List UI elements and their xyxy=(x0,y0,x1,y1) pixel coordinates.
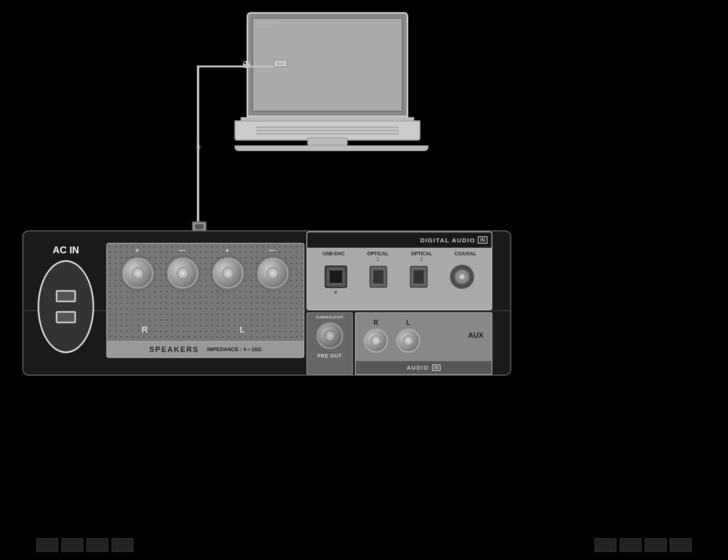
diagram-container: ✠ ⚹ AC IN + — + xyxy=(0,0,728,560)
vent-slot xyxy=(87,538,108,552)
vent-slots-left xyxy=(36,538,133,552)
usb-cable-horizontal xyxy=(198,65,279,67)
ac-in-section: AC IN xyxy=(32,244,100,359)
digital-audio-label-bar: DIGITAL AUDIO IN xyxy=(307,232,492,248)
connector-labels-row: USB-DAC OPTICAL 1 OPTICAL 2 COAXIAL xyxy=(307,248,492,261)
laptop-illustration xyxy=(234,12,420,151)
digital-audio-section: DIGITAL AUDIO IN USB-DAC OPTICAL 1 OPTIC… xyxy=(306,232,492,310)
speaker-channel-R: R xyxy=(141,324,148,335)
audio-in-section: R L AUX AUDIO IN xyxy=(355,312,492,375)
ac-in-label: AC IN xyxy=(53,244,79,256)
binding-post-2 xyxy=(167,258,198,288)
audio-in-label-bar: AUDIO IN xyxy=(356,361,492,374)
binding-post-4 xyxy=(257,258,288,288)
audio-in-badge: IN xyxy=(432,364,441,371)
binding-post-3 xyxy=(213,258,243,288)
usb-symbol-cable: ⚹ xyxy=(193,141,204,153)
coaxial-ring xyxy=(455,270,469,284)
ac-connector xyxy=(38,260,94,353)
rca-left-inner xyxy=(403,335,414,346)
speakers-section: + — + — xyxy=(106,243,304,358)
laptop-screen xyxy=(247,12,408,117)
ac-pin-bottom xyxy=(56,311,76,323)
vent-slot xyxy=(112,538,133,552)
optical-1-inner xyxy=(373,269,384,284)
vent-slot xyxy=(645,538,667,552)
digital-audio-in-badge: IN xyxy=(478,236,487,244)
aux-label: AUX xyxy=(468,331,483,340)
binding-posts-row xyxy=(115,258,295,288)
label-optical1: OPTICAL 1 xyxy=(367,251,388,261)
binding-post-1 xyxy=(122,258,153,288)
ac-pin-top xyxy=(56,290,76,302)
vent-slot xyxy=(61,538,83,552)
coaxial-port xyxy=(450,265,474,289)
pre-out-label: PRE OUT xyxy=(317,353,342,359)
vent-slot xyxy=(670,538,692,552)
binding-post-labels-top: + — + — xyxy=(115,247,295,254)
rca-l-label: L xyxy=(406,319,410,326)
speakers-label-bar: SPEAKERS IMPEDANCE : 4～16Ω xyxy=(107,341,304,357)
bp-plus-1: + xyxy=(135,247,139,254)
vent-slot xyxy=(595,538,616,552)
vent-slot xyxy=(620,538,641,552)
device-chassis: AC IN + — + — xyxy=(22,230,511,376)
usb-a-connector xyxy=(274,60,287,67)
bp-plus-2: + xyxy=(225,247,229,254)
pre-out-section: SUBWOOFER PRE OUT xyxy=(306,312,353,375)
usb-b-inner xyxy=(329,269,343,284)
connectors-physical-row: ⚹ xyxy=(307,265,492,289)
bp-minus-2: — xyxy=(269,247,276,254)
label-optical2: OPTICAL 2 xyxy=(411,251,432,261)
rca-right-group: R xyxy=(364,319,388,353)
coaxial-center xyxy=(460,274,464,279)
optical-port-1 xyxy=(369,266,387,288)
rca-r-label: R xyxy=(373,319,378,326)
rca-left-jack xyxy=(396,328,420,353)
vent-slot xyxy=(36,538,58,552)
audio-label: AUDIO xyxy=(407,364,429,371)
vent-slots-right xyxy=(595,538,692,552)
pre-out-rca-inner xyxy=(324,330,336,341)
label-coaxial: COAXIAL xyxy=(454,251,476,261)
rca-right-jack xyxy=(364,328,388,353)
bp-minus-1: — xyxy=(179,247,186,254)
digital-audio-text: DIGITAL AUDIO xyxy=(420,237,475,244)
speaker-channel-L: L xyxy=(240,324,245,335)
usb-dac-port: ⚹ xyxy=(325,265,347,288)
impedance-label: IMPEDANCE : 4～16Ω xyxy=(207,346,262,353)
label-usb-dac: USB-DAC xyxy=(323,251,345,261)
usb-symbol-port: ⚹ xyxy=(333,289,338,295)
pre-out-rca xyxy=(317,322,343,349)
optical-2-inner xyxy=(413,269,424,284)
speakers-label: SPEAKERS xyxy=(149,345,199,354)
rca-left-group: L xyxy=(396,319,420,353)
subwoofer-label: SUBWOOFER xyxy=(316,315,344,319)
usb-icon-top: ✠ xyxy=(243,60,250,70)
rca-right-inner xyxy=(371,335,381,346)
optical-port-2 xyxy=(410,266,428,288)
